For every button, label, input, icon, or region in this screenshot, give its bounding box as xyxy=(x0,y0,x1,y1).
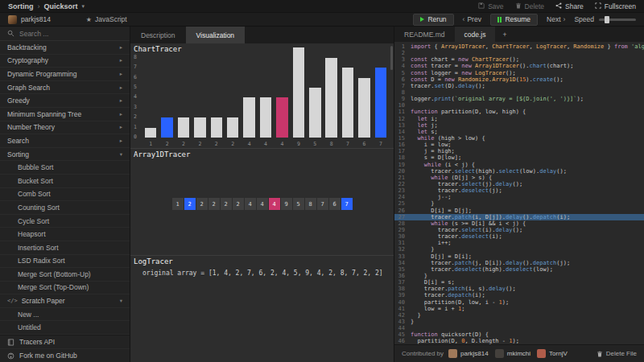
line-number: 33 xyxy=(394,253,411,260)
line-number: 20 xyxy=(394,168,411,175)
delete-file-button[interactable]: Delete File xyxy=(597,350,637,357)
chevron-down-icon[interactable]: ▾ xyxy=(82,3,85,10)
fullscreen-button[interactable]: Fullscreen xyxy=(595,2,636,10)
sidebar-item-dynamic-programming[interactable]: Dynamic Programming▸ xyxy=(0,68,130,81)
sidebar-item-untitled[interactable]: Untitled xyxy=(0,321,130,334)
rerun-button[interactable]: Rerun xyxy=(413,14,453,26)
line-number: 9 xyxy=(394,96,411,102)
code-line: 15 while (high > low) { xyxy=(394,135,644,142)
new-tab-button[interactable]: + xyxy=(495,27,514,42)
chart-y-tick: 8 xyxy=(134,54,137,60)
line-text: s = D[low]; xyxy=(411,154,644,161)
user-avatar[interactable] xyxy=(8,15,17,24)
speed-slider[interactable] xyxy=(599,19,636,21)
code-line: 33 D[j] = D[i]; xyxy=(394,253,644,260)
array-cell: 2 xyxy=(184,198,196,210)
sidebar-item-cryptography[interactable]: Cryptography▸ xyxy=(0,55,130,68)
sidebar-item-new[interactable]: New ... xyxy=(0,308,130,322)
line-number: 46 xyxy=(394,338,411,344)
sidebar-item-counting-sort[interactable]: Counting Sort xyxy=(0,201,130,215)
code-line: 6const D = new Randomize.Array1D(15).cre… xyxy=(394,76,644,83)
code-line: 42 } xyxy=(394,312,644,319)
code-line: 43} xyxy=(394,319,644,325)
chart-bar xyxy=(178,117,189,138)
sidebar-item-greedy[interactable]: Greedy▸ xyxy=(0,94,130,108)
sidebar-item-cycle-sort[interactable]: Cycle Sort xyxy=(0,215,130,228)
sidebar-item-bucket-sort[interactable]: Bucket Sort xyxy=(0,175,130,188)
chart-x-label: 2 xyxy=(192,141,208,147)
sidebar-item-number-theory[interactable]: Number Theory▸ xyxy=(0,121,130,135)
sidebar-categories: Backtracking▸Cryptography▸Dynamic Progra… xyxy=(0,41,130,148)
username-label[interactable]: parkjs814 xyxy=(21,15,51,23)
breadcrumb-category[interactable]: Sorting xyxy=(8,2,34,10)
next-button[interactable]: Next › xyxy=(547,15,565,23)
prev-button[interactable]: ‹ Prev xyxy=(463,15,481,23)
search-input[interactable]: Search ... xyxy=(19,30,48,38)
search-bar[interactable]: Search ... xyxy=(0,27,130,41)
chart-x-axis: 122222444958767 xyxy=(142,141,389,147)
sidebar-item-merge-sort-bottom-up[interactable]: Merge Sort (Bottom-Up) xyxy=(0,268,130,282)
scrollbar-thumb[interactable] xyxy=(390,46,393,70)
sidebar-item-tracers-api[interactable]: Tracers API xyxy=(0,335,130,349)
line-number: 36 xyxy=(394,273,411,279)
sidebar-item-heapsort[interactable]: Heapsort xyxy=(0,228,130,241)
sidebar-item-bubble-sort[interactable]: Bubble Sort xyxy=(0,161,130,175)
line-number: 12 xyxy=(394,116,411,122)
chart-bar xyxy=(161,117,172,138)
contributors: parkjs814mkimchiTornjV xyxy=(448,349,571,358)
chart-x-label: 5 xyxy=(307,141,323,147)
category-label: Dynamic Programming xyxy=(7,70,76,78)
sidebar-item-fork-github[interactable]: Fork me on GitHub xyxy=(0,348,130,362)
code-line: 36 } xyxy=(394,273,644,279)
array-cell: 7 xyxy=(341,198,353,210)
language-tab[interactable]: ★ JavaScript xyxy=(86,15,127,23)
chart-x-label: 8 xyxy=(323,141,339,147)
play-icon xyxy=(420,17,424,22)
sidebar-item-sorting[interactable]: Sorting ▾ xyxy=(0,148,130,162)
sidebar-item-graph-search[interactable]: Graph Search▸ xyxy=(0,81,130,95)
category-label: Graph Search xyxy=(7,84,50,92)
contributor-name[interactable]: parkjs814 xyxy=(460,350,489,357)
algorithm-visualizer-app: Sorting › Quicksort ▾ SaveDeleteShareFul… xyxy=(0,0,644,362)
tab-visualization[interactable]: Visualization xyxy=(186,27,246,43)
array-cell: 4 xyxy=(257,198,268,210)
line-text: j = high; xyxy=(411,148,644,154)
chart-y-tick: 0 xyxy=(134,134,137,140)
contributor-avatar xyxy=(448,349,457,358)
sidebar-item-scratch-paper[interactable]: </> Scratch Paper ▾ xyxy=(0,294,130,308)
tab-description[interactable]: Description xyxy=(130,27,186,43)
line-text: D[i] = s; xyxy=(411,279,644,286)
sidebar-item-insertion-sort[interactable]: Insertion Sort xyxy=(0,241,130,255)
line-number: 3 xyxy=(394,56,411,63)
sidebar-item-backtracking[interactable]: Backtracking▸ xyxy=(0,41,130,55)
breadcrumb-current[interactable]: Quicksort xyxy=(44,2,78,10)
chart-plot xyxy=(142,44,389,138)
line-text: function quicksort(D) { xyxy=(411,331,644,338)
sidebar-item-merge-sort-top-down[interactable]: Merge Sort (Top-Down) xyxy=(0,282,130,295)
contributor-name[interactable]: TornjV xyxy=(549,350,568,357)
code-line: 32 } xyxy=(394,246,644,253)
save-button[interactable]: Save xyxy=(478,2,503,10)
sidebar-item-lsd-radix-sort[interactable]: LSD Radix Sort xyxy=(0,255,130,269)
slider-thumb[interactable] xyxy=(605,16,609,23)
sidebar-item-minimum-spanning-tree[interactable]: Minimum Spanning Tree▸ xyxy=(0,108,130,121)
tab-readme-md[interactable]: README.md xyxy=(394,27,455,42)
chevron-right-icon: ▸ xyxy=(120,71,122,77)
contributor-name[interactable]: mkimchi xyxy=(507,350,530,357)
resume-button[interactable]: Resume xyxy=(490,14,538,26)
delete-icon xyxy=(515,2,522,10)
sidebar-item-search[interactable]: Search▸ xyxy=(0,134,130,148)
sidebar-item-comb-sort[interactable]: Comb Sort xyxy=(0,188,130,202)
code-line: 29 tracer.select(i).delay(); xyxy=(394,227,644,233)
share-button[interactable]: Share xyxy=(555,2,584,10)
code-editor[interactable]: 1import { Array1DTracer, ChartTracer, Lo… xyxy=(394,42,644,344)
chart-x-label: 4 xyxy=(258,141,274,147)
line-number: 26 xyxy=(394,208,411,214)
github-icon xyxy=(7,352,14,360)
tab-code-js[interactable]: code.js xyxy=(455,27,496,42)
code-line: 39 tracer.depatch(i); xyxy=(394,292,644,298)
pause-icon xyxy=(497,17,502,23)
chart-x-label: 7 xyxy=(373,141,389,147)
line-number: 34 xyxy=(394,260,411,266)
delete-button[interactable]: Delete xyxy=(515,2,545,10)
